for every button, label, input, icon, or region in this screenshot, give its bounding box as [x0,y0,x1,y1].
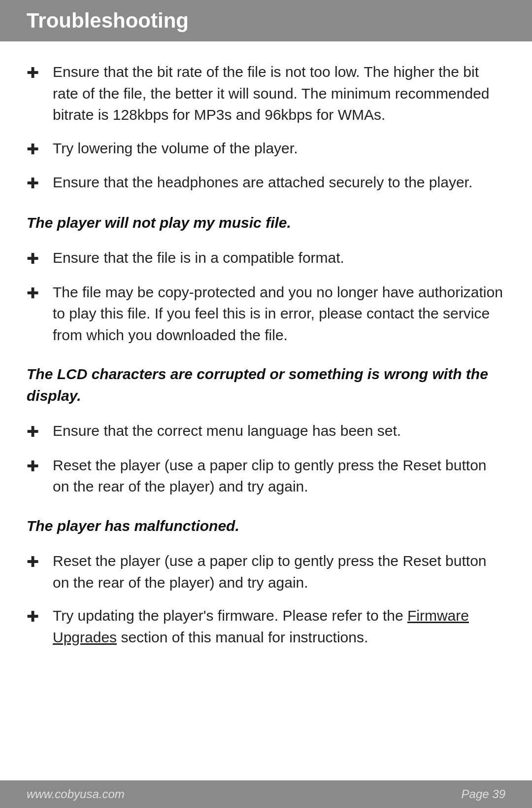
section-malfunctioned: The player has malfunctioned. ✚ Reset th… [27,515,505,648]
bullet-icon: ✚ [27,421,39,443]
section-music-file: The player will not play my music file. … [27,212,505,346]
bullet-text: Ensure that the file is in a compatible … [53,247,505,269]
section-audio-quality: ✚ Ensure that the bit rate of the file i… [27,61,505,194]
list-item: ✚ Try lowering the volume of the player. [27,138,505,160]
list-item: ✚ Ensure that the bit rate of the file i… [27,61,505,126]
bullet-list-music-file: ✚ Ensure that the file is in a compatibl… [27,247,505,346]
footer-url: www.cobyusa.com [27,787,125,801]
list-item: ✚ Try updating the player's firmware. Pl… [27,605,505,648]
header: Troubleshooting [0,0,532,41]
section-heading-music-file: The player will not play my music file. [27,212,505,234]
section-lcd-display: The LCD characters are corrupted or some… [27,363,505,497]
bullet-icon: ✚ [27,62,39,84]
bullet-text: Reset the player (use a paper clip to ge… [53,550,505,593]
list-item: ✚ Ensure that the file is in a compatibl… [27,247,505,270]
bullet-text: Reset the player (use a paper clip to ge… [53,455,505,497]
bullet-icon: ✚ [27,282,39,304]
section-heading-lcd: The LCD characters are corrupted or some… [27,363,505,406]
bullet-text: Ensure that the headphones are attached … [53,172,505,193]
list-item: ✚ The file may be copy-protected and you… [27,281,505,346]
bullet-text: Ensure that the correct menu language ha… [53,420,505,442]
bullet-list-lcd: ✚ Ensure that the correct menu language … [27,420,505,497]
bullet-icon: ✚ [27,551,39,573]
bullet-text: Try updating the player's firmware. Plea… [53,605,505,648]
main-content: ✚ Ensure that the bit rate of the file i… [0,41,532,780]
bullet-icon: ✚ [27,139,39,160]
firmware-upgrades-link[interactable]: Firmware Upgrades [53,607,469,645]
bullet-text: Ensure that the bit rate of the file is … [53,61,505,126]
bullet-text: Try lowering the volume of the player. [53,138,505,159]
bullet-icon: ✚ [27,173,39,194]
bullet-icon: ✚ [27,248,39,270]
bullet-list-malfunctioned: ✚ Reset the player (use a paper clip to … [27,550,505,648]
list-item: ✚ Ensure that the correct menu language … [27,420,505,443]
bullet-text: The file may be copy-protected and you n… [53,281,505,346]
list-item: ✚ Reset the player (use a paper clip to … [27,455,505,497]
section-heading-malfunctioned: The player has malfunctioned. [27,515,505,537]
footer-page: Page 39 [462,787,505,801]
footer: www.cobyusa.com Page 39 [0,780,532,808]
bullet-icon: ✚ [27,456,39,477]
bullet-icon: ✚ [27,606,39,628]
page-title: Troubleshooting [27,9,189,32]
list-item: ✚ Reset the player (use a paper clip to … [27,550,505,593]
list-item: ✚ Ensure that the headphones are attache… [27,172,505,194]
